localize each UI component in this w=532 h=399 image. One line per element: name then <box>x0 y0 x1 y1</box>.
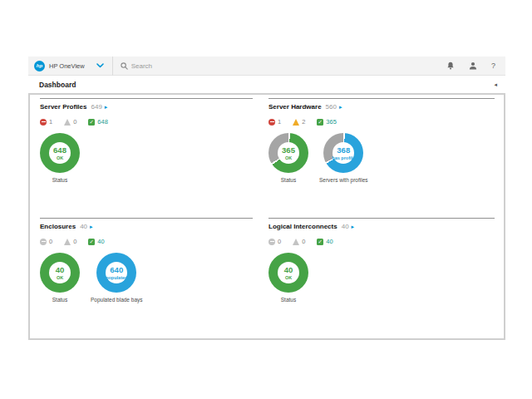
notifications-bell-icon[interactable] <box>446 62 455 70</box>
critical-count: 1 <box>49 118 52 126</box>
panel-title: Server Profiles <box>40 103 86 111</box>
panel-top-rule <box>268 98 495 99</box>
critical-status[interactable]: 1 <box>268 118 281 126</box>
donut-caption: has profile <box>332 155 355 160</box>
ok-count: 40 <box>97 238 104 245</box>
donut-caption: OK <box>57 275 63 280</box>
donut-block-status: 648 OK Status <box>40 133 80 183</box>
warning-count: 2 <box>302 118 305 126</box>
donut-row: 648 OK Status <box>40 133 253 183</box>
donut-block-status: 365 OK Status <box>268 133 308 183</box>
panel-header[interactable]: Logical Interconnects 40 ▸ <box>268 223 495 230</box>
chevron-down-icon[interactable] <box>96 63 104 68</box>
panel-server-profiles: Server Profiles 649 ▸ 1 0 ✓ 648 <box>40 98 253 183</box>
donut-caption: OK <box>285 275 292 280</box>
main-menu-button[interactable]: hp HP OneView <box>28 61 104 71</box>
donut-center: 365 OK <box>278 142 299 164</box>
donut-block-status: 40 OK Status <box>40 253 80 303</box>
status-summary-row: 1 2 ✓ 365 <box>268 118 495 126</box>
donut-value: 40 <box>284 266 293 274</box>
panel-link-arrow-icon[interactable]: ▸ <box>90 224 93 230</box>
donut-caption: OK <box>285 155 292 160</box>
panel-total-count: 560 <box>326 103 337 111</box>
warning-icon <box>293 119 299 126</box>
ok-status[interactable]: ✓ 365 <box>317 118 337 126</box>
status-donut-chart[interactable]: 648 OK <box>40 133 80 173</box>
critical-icon <box>268 119 275 126</box>
panel-title: Enclosures <box>40 223 76 230</box>
critical-icon <box>268 239 275 245</box>
search-input[interactable] <box>131 62 314 70</box>
critical-icon <box>40 119 47 126</box>
panel-top-rule <box>268 218 495 219</box>
status-summary-row: 1 0 ✓ 648 <box>40 118 253 126</box>
panel-title: Server Hardware <box>268 103 322 111</box>
panel-link-arrow-icon[interactable]: ▸ <box>105 104 108 111</box>
donut-value: 640 <box>110 266 123 274</box>
ok-check-icon: ✓ <box>88 239 95 245</box>
blade-bays-donut-chart[interactable]: 640 populated <box>96 253 136 293</box>
status-donut-chart[interactable]: 365 OK <box>268 133 308 173</box>
donut-caption: OK <box>57 155 63 160</box>
donut-value: 648 <box>53 146 66 155</box>
donut-value: 365 <box>282 146 295 155</box>
panel-enclosures: Enclosures 40 ▸ 0 0 ✓ 40 <box>40 218 253 303</box>
panel-link-arrow-icon[interactable]: ▸ <box>339 104 342 111</box>
status-donut-chart[interactable]: 40 OK <box>40 253 80 293</box>
collapse-panel-icon[interactable]: ◂ <box>494 81 497 87</box>
help-icon[interactable]: ? <box>491 62 495 70</box>
donut-value: 368 <box>337 146 350 155</box>
warning-status[interactable]: 0 <box>293 238 305 245</box>
critical-status[interactable]: 1 <box>40 118 52 126</box>
user-account-icon[interactable] <box>469 62 477 70</box>
panel-total-count: 40 <box>80 223 87 230</box>
panel-link-arrow-icon[interactable]: ▸ <box>352 224 355 230</box>
top-banner: hp HP OneView ? <box>28 57 505 76</box>
donut-center: 40 OK <box>49 262 71 283</box>
ok-status[interactable]: ✓ 648 <box>88 118 108 126</box>
panel-header[interactable]: Enclosures 40 ▸ <box>40 223 253 230</box>
ok-status[interactable]: ✓ 40 <box>317 238 332 245</box>
ok-count: 365 <box>326 118 337 126</box>
donut-label: Status <box>52 177 67 183</box>
donut-row: 40 OK Status <box>268 253 495 303</box>
donut-label: Status <box>281 177 296 183</box>
donut-label: Populated blade bays <box>91 297 143 303</box>
page-title: Dashboard <box>39 81 76 89</box>
ok-check-icon: ✓ <box>88 119 95 126</box>
donut-center: 640 populated <box>106 262 127 283</box>
panel-header[interactable]: Server Profiles 649 ▸ <box>40 103 253 111</box>
donut-label: Status <box>281 297 296 303</box>
donut-value: 40 <box>56 266 65 274</box>
warning-status[interactable]: 0 <box>64 238 76 245</box>
donut-block-blade-bays: 640 populated Populated blade bays <box>91 253 143 303</box>
profiles-donut-chart[interactable]: 368 has profile <box>323 133 363 173</box>
panel-server-hardware: Server Hardware 560 ▸ 1 2 ✓ 365 <box>268 98 495 183</box>
product-name: HP OneView <box>49 62 85 70</box>
donut-block-profiles: 368 has profile Servers with profiles <box>319 133 368 183</box>
panel-total-count: 649 <box>91 103 101 111</box>
warning-count: 0 <box>302 238 305 245</box>
critical-count: 1 <box>278 118 281 126</box>
ok-check-icon: ✓ <box>317 119 323 126</box>
topbar-actions: ? <box>446 62 505 70</box>
critical-icon <box>40 239 47 245</box>
donut-row: 40 OK Status 640 populated <box>40 253 253 303</box>
warning-icon <box>293 239 299 245</box>
warning-count: 0 <box>73 238 76 245</box>
critical-count: 0 <box>49 238 52 245</box>
ok-status[interactable]: ✓ 40 <box>88 238 104 245</box>
warning-status[interactable]: 0 <box>64 118 76 126</box>
hp-logo-icon: hp <box>34 61 45 71</box>
panel-title: Logical Interconnects <box>268 223 337 230</box>
panel-header[interactable]: Server Hardware 560 ▸ <box>268 103 495 111</box>
critical-count: 0 <box>278 238 281 245</box>
donut-row: 365 OK Status 368 has profile <box>268 133 495 183</box>
status-summary-row: 0 0 ✓ 40 <box>268 238 495 245</box>
status-donut-chart[interactable]: 40 OK <box>268 253 308 293</box>
panel-logical-interconnects: Logical Interconnects 40 ▸ 0 0 ✓ <box>268 218 495 303</box>
critical-status[interactable]: 0 <box>268 238 281 245</box>
warning-status[interactable]: 2 <box>293 118 305 126</box>
critical-status[interactable]: 0 <box>40 238 52 245</box>
donut-block-status: 40 OK Status <box>268 253 308 303</box>
